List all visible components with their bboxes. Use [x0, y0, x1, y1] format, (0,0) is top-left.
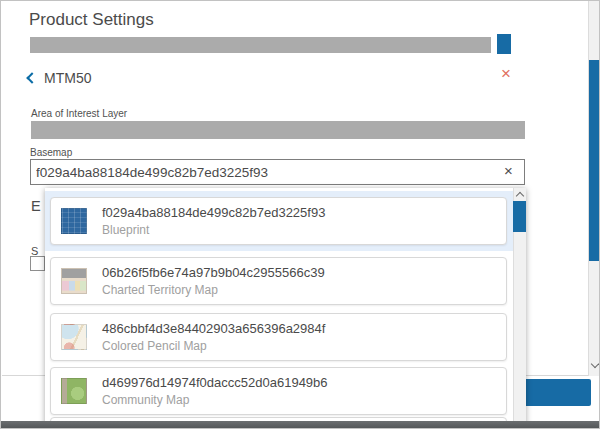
back-button[interactable]: MTM50 — [28, 70, 91, 86]
basemap-input[interactable] — [30, 159, 525, 185]
dropdown-scroll-up-icon[interactable] — [516, 192, 524, 200]
basemap-option-name: Charted Territory Map — [102, 283, 325, 297]
dropdown-scrollbar-thumb[interactable] — [513, 201, 526, 232]
basemap-thumbnail-blueprint — [61, 208, 87, 234]
page-title: Product Settings — [29, 10, 154, 30]
basemap-thumbnail-colored-pencil — [61, 324, 87, 350]
basemap-option-blueprint[interactable]: f029a4ba88184de499c82b7ed3225f93 Bluepri… — [50, 197, 507, 245]
checkbox[interactable] — [30, 256, 45, 271]
basemap-thumbnail-community — [61, 378, 87, 404]
basemap-thumbnail-charted-territory — [61, 268, 87, 294]
product-name: MTM50 — [44, 70, 91, 86]
basemap-dropdown: f029a4ba88184de499c82b7ed3225f93 Bluepri… — [45, 188, 526, 429]
redacted-field-top — [30, 37, 491, 53]
basemap-option-community[interactable]: d469976d14974f0daccc52d0a61949b6 Communi… — [50, 367, 507, 415]
basemap-option-name: Blueprint — [102, 223, 325, 237]
clear-input-icon[interactable]: × — [504, 163, 513, 178]
dropdown-scrollbar-track[interactable] — [513, 188, 526, 429]
basemap-field-label: Basemap — [30, 147, 72, 158]
window-bottom-chrome — [1, 421, 600, 429]
chevron-left-icon — [26, 72, 37, 83]
basemap-option-name: Community Map — [102, 393, 328, 407]
aoi-field-redacted[interactable] — [31, 121, 525, 139]
basemap-option-id: f029a4ba88184de499c82b7ed3225f93 — [102, 205, 325, 220]
basemap-option-id: 486cbbf4d3e84402903a656396a2984f — [102, 321, 325, 336]
page-scrollbar-thumb[interactable] — [589, 60, 600, 261]
basemap-option-charted-territory[interactable]: 06b26f5fb6e74a97b9b04c2955566c39 Charted… — [50, 257, 507, 305]
close-icon[interactable]: × — [501, 65, 511, 82]
basemap-option-id: d469976d14974f0daccc52d0a61949b6 — [102, 375, 328, 390]
basemap-option-colored-pencil[interactable]: 486cbbf4d3e84402903a656396a2984f Colored… — [50, 313, 507, 361]
accent-square-button[interactable] — [497, 34, 511, 54]
basemap-option-id: 06b26f5fb6e74a97b9b04c2955566c39 — [102, 265, 325, 280]
footer-action-button[interactable] — [522, 379, 591, 406]
aoi-field-label: Area of Interest Layer — [31, 108, 127, 119]
basemap-option-name: Colored Pencil Map — [102, 339, 325, 353]
truncated-label-left: E — [31, 198, 41, 214]
